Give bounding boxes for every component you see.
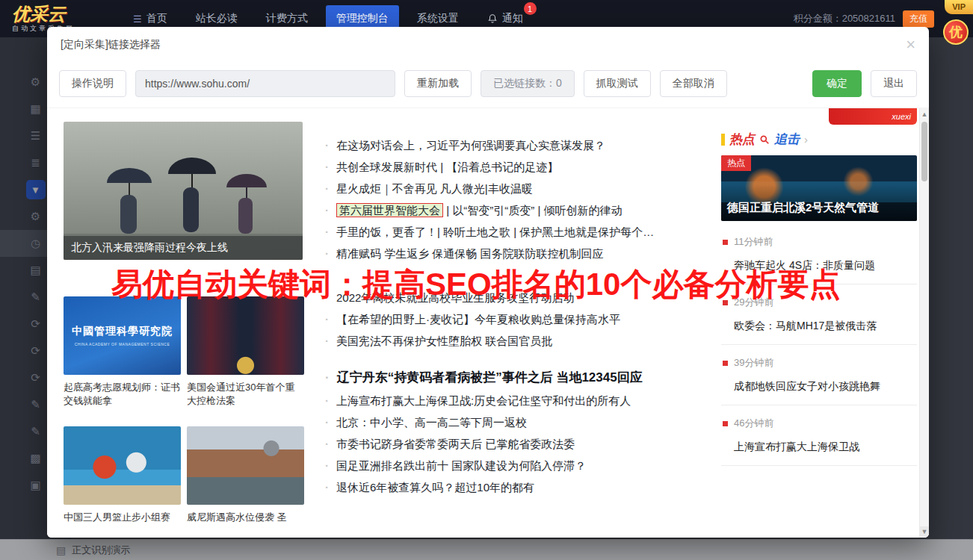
news-link[interactable]: ·在这场对话会上，习近平为何强调要真心实意谋发展？ bbox=[325, 135, 755, 157]
recharge-button[interactable]: 充值 bbox=[903, 10, 934, 28]
close-icon[interactable]: × bbox=[906, 37, 915, 53]
hot-time-label: 46分钟前 bbox=[734, 417, 773, 430]
news-title: | 以“智变”引“质变” | 倾听创新的律动 bbox=[443, 204, 622, 217]
notification-badge: 1 bbox=[524, 2, 537, 15]
main-news-photo[interactable]: 北方入汛来最强降雨过程今夜上线 bbox=[64, 122, 303, 260]
bullet-dot: · bbox=[325, 438, 329, 450]
grab-test-button[interactable]: 抓取测试 bbox=[584, 70, 651, 97]
main-photo-caption[interactable]: 北方入汛来最强降雨过程今夜上线 bbox=[64, 236, 303, 260]
news-link[interactable]: ·第六届世界智能大会 | 以“智变”引“质变” | 倾听创新的律动 bbox=[325, 200, 755, 222]
biden-image bbox=[187, 296, 304, 375]
scrollbar-thumb[interactable] bbox=[921, 122, 927, 181]
news-link[interactable]: ·共创全球发展新时代 | 【沿着总书记的足迹】 bbox=[325, 157, 755, 178]
vip-ribbon: VIP bbox=[945, 0, 973, 14]
exit-button[interactable]: 退出 bbox=[871, 70, 917, 97]
bullet-dot: · bbox=[325, 416, 329, 429]
news-link[interactable]: ·星火成炬｜不舍再见 凡人微光|丰收温暖 bbox=[325, 178, 755, 200]
bell-icon bbox=[487, 13, 498, 24]
nav-label: 计费方式 bbox=[266, 12, 308, 25]
points-balance: 积分金额：2050821611 bbox=[794, 12, 895, 25]
news-link[interactable]: ·退休近6年被查算久吗？超过10年的都有 bbox=[325, 477, 755, 499]
news-list: ·在这场对话会上，习近平为何强调要真心实意谋发展？·共创全球发展新时代 | 【沿… bbox=[325, 135, 755, 499]
thumbnail-caption[interactable]: 起底高考志愿规划师：证书交钱就能拿 bbox=[64, 381, 181, 408]
academy-image-title: 中國管理科學研究院 bbox=[72, 325, 173, 338]
news-link[interactable]: ·辽宁丹东“持黄码者看病被拦”事件之后 当地12345回应 bbox=[325, 364, 755, 391]
thumbnail-grid: 中國管理科學研究院CHINA ACADEMY OF MANAGEMENT SCI… bbox=[64, 296, 304, 538]
selected-link-highlight: 第六届世界智能大会 bbox=[336, 203, 443, 217]
news-title: 星火成炬｜不舍再见 凡人微光|丰收温暖 bbox=[336, 182, 533, 195]
news-link[interactable]: ·北京：中小学、高一高二等下周一返校 bbox=[325, 412, 755, 434]
news-link[interactable]: ·【在希望的田野上·麦收记】今年夏粮收购总量保持高水平 bbox=[325, 309, 755, 331]
menu-icon: ☰ bbox=[133, 13, 142, 25]
academy-image: 中國管理科學研究院CHINA ACADEMY OF MANAGEMENT SCI… bbox=[64, 296, 181, 375]
news-link[interactable]: ·手里的饭，更香了！| 聆听土地之歌 | 保护黑土地就是保护每个… bbox=[325, 222, 755, 243]
red-square-bullet bbox=[723, 361, 728, 366]
hot-time-row: 11分钟前 bbox=[723, 235, 915, 249]
scroll-down-icon[interactable]: ▼ bbox=[920, 526, 929, 537]
cancel-all-button[interactable]: 全部取消 bbox=[660, 70, 727, 97]
bullet-dot: · bbox=[325, 481, 329, 494]
content-scrollbar[interactable]: ▲ ▼ bbox=[919, 108, 929, 538]
hot-header-bar bbox=[721, 134, 725, 146]
hot-time-label: 39分钟前 bbox=[734, 356, 773, 370]
hot-header-label-1: 热点 bbox=[729, 131, 755, 148]
scroll-up-icon[interactable]: ▲ bbox=[920, 109, 929, 119]
venice-image bbox=[187, 426, 304, 505]
bullet-dot: · bbox=[325, 394, 329, 407]
promo-banner[interactable]: xuexi bbox=[829, 108, 917, 125]
url-input[interactable] bbox=[135, 70, 395, 97]
news-title: 北京：中小学、高一高二等下周一返校 bbox=[336, 416, 527, 429]
news-link[interactable]: ·国足亚洲排名跌出前十 国家队建设为何陷入停滞？ bbox=[325, 455, 755, 477]
news-link[interactable]: ·精准赋码 学生返乡 保通保畅 国务院联防联控机制回应 bbox=[325, 243, 755, 265]
hot-time-label: 11分钟前 bbox=[734, 235, 773, 249]
dialog-header: [定向采集]链接选择器 × bbox=[47, 27, 929, 63]
news-thumbnail[interactable]: 美国会通过近30年首个重大控枪法案 bbox=[187, 296, 304, 408]
news-thumbnail[interactable]: 中國管理科學研究院CHINA ACADEMY OF MANAGEMENT SCI… bbox=[64, 296, 181, 408]
reload-button[interactable]: 重新加载 bbox=[404, 70, 472, 97]
magnifier-icon bbox=[759, 134, 770, 145]
hot-list-item[interactable]: 46分钟前上海宣布打赢大上海保卫战 bbox=[721, 405, 917, 466]
dialog-toolbar: 操作说明 重新加载 已选链接数：0 抓取测试 全部取消 确定 退出 bbox=[47, 63, 929, 108]
thumbnail-caption[interactable]: 美国会通过近30年首个重大控枪法案 bbox=[187, 381, 304, 408]
bullet-dot: · bbox=[325, 225, 329, 238]
help-button[interactable]: 操作说明 bbox=[59, 70, 126, 97]
nav-label: 站长必读 bbox=[196, 12, 238, 25]
link-selector-dialog: [定向采集]链接选择器 × 操作说明 重新加载 已选链接数：0 抓取测试 全部取… bbox=[47, 27, 929, 538]
news-title: 上海宣布打赢大上海保卫战:历史会记住坚守和付出的所有人 bbox=[336, 394, 631, 407]
chevron-right-icon: › bbox=[804, 133, 808, 146]
bullet-dot: · bbox=[325, 459, 329, 472]
news-thumbnail[interactable]: 威尼斯遇高水位侵袭 圣 bbox=[187, 426, 304, 538]
seo-watermark: 易优自动关键词：提高SEO排名的10个必备分析要点 bbox=[111, 264, 840, 305]
thumbnail-caption[interactable]: 中国三人男篮止步小组赛 bbox=[64, 511, 181, 538]
topbar-right: 积分金额：2050821611 充值 bbox=[794, 10, 934, 28]
hot-list: 11分钟前奔驰车起火 4S店：非质量问题29分钟前欧委会：马航MH17是被俄击落… bbox=[721, 224, 917, 466]
hot-header[interactable]: 热点 追击 › bbox=[721, 131, 917, 148]
news-title: 共创全球发展新时代 | 【沿着总书记的足迹】 bbox=[336, 161, 558, 173]
hot-item-title[interactable]: 上海宣布打赢大上海保卫战 bbox=[723, 441, 915, 454]
hot-time-row: 46分钟前 bbox=[723, 417, 915, 430]
bullet-dot: · bbox=[325, 139, 329, 152]
news-thumbnail[interactable]: 中国三人男篮止步小组赛 bbox=[64, 426, 181, 538]
news-title: 手里的饭，更香了！| 聆听土地之歌 | 保护黑土地就是保护每个… bbox=[336, 225, 654, 238]
nav-label: 系统设置 bbox=[417, 12, 459, 25]
news-title: 退休近6年被查算久吗？超过10年的都有 bbox=[336, 481, 534, 494]
hot-featured-story[interactable]: 热点 德国正重启北溪2号天然气管道 bbox=[721, 155, 917, 221]
news-link[interactable]: ·市委书记跻身省委常委两天后 已掌舵省委政法委 bbox=[325, 434, 755, 455]
news-title: 精准赋码 学生返乡 保通保畅 国务院联防联控机制回应 bbox=[336, 247, 604, 260]
confirm-button[interactable]: 确定 bbox=[812, 70, 862, 97]
nav-label: 首页 bbox=[146, 12, 167, 25]
news-link[interactable]: ·美国宪法不再保护女性堕胎权 联合国官员批 bbox=[325, 331, 755, 352]
selected-count-button[interactable]: 已选链接数：0 bbox=[481, 70, 575, 97]
hot-item-title[interactable]: 欧委会：马航MH17是被俄击落 bbox=[723, 320, 915, 333]
news-title: 在这场对话会上，习近平为何强调要真心实意谋发展？ bbox=[336, 139, 605, 152]
hot-header-label-2: 追击 bbox=[774, 131, 800, 148]
news-link[interactable]: ·上海宣布打赢大上海保卫战:历史会记住坚守和付出的所有人 bbox=[325, 391, 755, 412]
hot-item-title[interactable]: 成都地铁回应女子对小孩跳艳舞 bbox=[723, 380, 915, 393]
academy-image-subtitle: CHINA ACADEMY OF MANAGEMENT SCIENCE bbox=[75, 342, 170, 346]
hot-time-row: 39分钟前 bbox=[723, 356, 915, 370]
news-title: 国足亚洲排名跌出前十 国家队建设为何陷入停滞？ bbox=[336, 459, 586, 472]
hot-list-item[interactable]: 39分钟前成都地铁回应女子对小孩跳艳舞 bbox=[721, 345, 917, 405]
news-title: 辽宁丹东“持黄码者看病被拦”事件之后 当地12345回应 bbox=[337, 370, 643, 385]
news-title: 【在希望的田野上·麦收记】今年夏粮收购总量保持高水平 bbox=[336, 313, 620, 326]
thumbnail-caption[interactable]: 威尼斯遇高水位侵袭 圣 bbox=[187, 511, 304, 538]
